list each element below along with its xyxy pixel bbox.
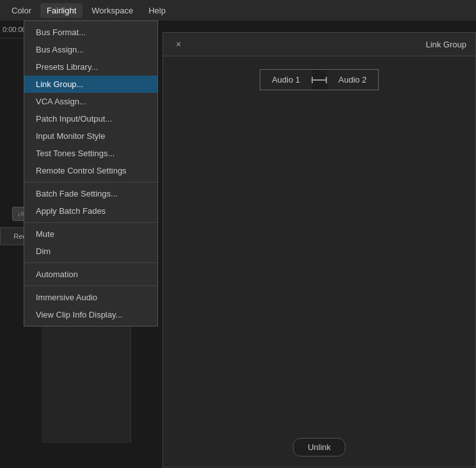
timecode: 0:00:00 [3,26,26,33]
dropdown-item-bus-assign[interactable]: Bus Assign... [24,41,157,58]
dropdown-item-presets-library[interactable]: Presets Library... [24,58,157,76]
menubar-item-fairlight[interactable]: Fairlight [40,3,83,18]
dropdown-item-mute[interactable]: Mute [24,225,157,243]
menubar-item-color[interactable]: Color [5,3,38,18]
dialog-bottom: Unlink [163,428,475,467]
dropdown-item-patch-io[interactable]: Patch Input/Output... [24,110,157,127]
separator-1 [24,182,157,182]
dropdown-item-immersive-audio[interactable]: Immersive Audio [24,289,157,306]
separator-2 [24,222,157,223]
fairlight-dropdown-menu: Bus Format... Bus Assign... Presets Libr… [24,20,158,327]
dropdown-item-view-clip-info[interactable]: View Clip Info Display... [24,306,157,323]
link-group-dialog: × Link Group Audio 1 Audio 2 Unlink [163,32,476,467]
dialog-title: Link Group [425,40,466,49]
menubar-item-workspace[interactable]: Workspace [85,3,139,18]
menubar: Color Fairlight Workspace Help [0,0,476,20]
menubar-item-help[interactable]: Help [142,3,172,18]
dialog-close-button[interactable]: × [172,38,185,51]
dropdown-item-dim[interactable]: Dim [24,243,157,260]
unlink-button[interactable]: Unlink [293,438,345,456]
link-group-visual: Audio 1 Audio 2 [260,69,379,90]
dropdown-item-link-group[interactable]: Link Group... [24,76,157,93]
link-track-1-label: Audio 1 [260,70,312,90]
dialog-content: Audio 1 Audio 2 [163,56,475,428]
separator-3 [24,262,157,263]
dropdown-item-vca-assign[interactable]: VCA Assign... [24,93,157,110]
dropdown-item-apply-batch-fades[interactable]: Apply Batch Fades [24,202,157,220]
link-track-2-label: Audio 2 [327,70,378,90]
separator-4 [24,286,157,286]
dropdown-item-batch-fade-settings[interactable]: Batch Fade Settings... [24,185,157,202]
dropdown-item-input-monitor-style[interactable]: Input Monitor Style [24,127,157,145]
dropdown-item-automation[interactable]: Automation [24,266,157,283]
dropdown-item-test-tones[interactable]: Test Tones Settings... [24,145,157,162]
dropdown-item-remote-control[interactable]: Remote Control Settings [24,162,157,179]
dialog-header: × Link Group [163,33,475,56]
dropdown-item-bus-format[interactable]: Bus Format... [24,24,157,41]
link-connector-icon [312,79,327,81]
